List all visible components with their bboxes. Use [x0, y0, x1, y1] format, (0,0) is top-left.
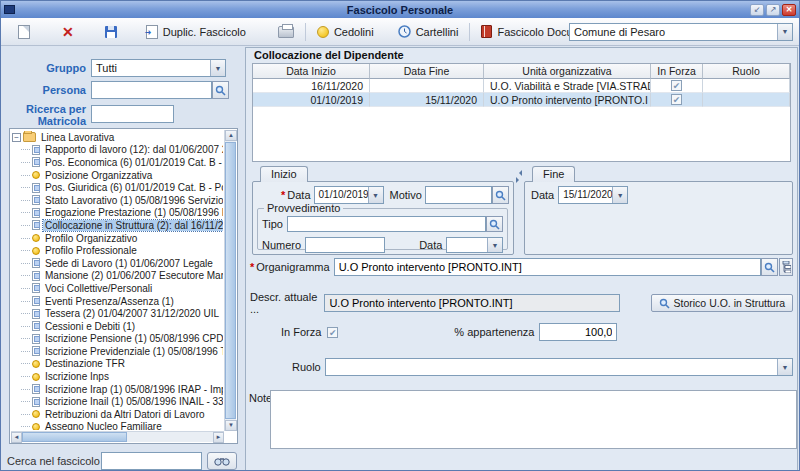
tree-item[interactable]: Voci Collettive/Personali [12, 282, 223, 295]
tree-connector [21, 212, 30, 213]
scroll-down-icon[interactable]: ▼ [225, 420, 237, 431]
tipo-label: Tipo [262, 218, 283, 230]
table-row[interactable]: 01/10/201915/11/2020U.O Pronto intervent… [253, 93, 790, 107]
save-button[interactable] [99, 23, 123, 41]
tree-item[interactable]: Iscrizione Inail (1) 05/08/1996 INAIL - … [12, 395, 223, 408]
fine-data-field[interactable]: 15/11/2020 ▼ [558, 186, 628, 204]
category-dot-icon [32, 423, 40, 430]
tab-inizio[interactable]: Inizio [260, 166, 308, 182]
column-header[interactable]: Data Inizio [253, 64, 370, 79]
persona-search-button[interactable] [212, 81, 229, 99]
tree-connector [21, 326, 30, 327]
tree-connector [21, 338, 30, 339]
numero-input[interactable] [305, 237, 385, 253]
duplicate-fascicolo-button[interactable]: Duplic. Fascicolo [141, 23, 251, 41]
chevron-down-icon[interactable]: ▼ [368, 187, 383, 203]
cerca-fascicolo-input[interactable] [101, 452, 202, 470]
tree-item[interactable]: Pos. Giuridica (6) 01/01/2019 Cat. B - P… [12, 181, 223, 194]
window-collapse-icon[interactable]: ↙ [750, 4, 764, 16]
tree-vertical-scrollbar[interactable]: ▲ ▼ [224, 130, 236, 431]
cerca-fascicolo-button[interactable] [207, 452, 237, 470]
ricerca-matricola-input[interactable] [91, 105, 174, 123]
collapse-right-icon[interactable] [516, 177, 522, 183]
table-row[interactable]: 16/11/2020U.O. Viabilità e Strade [VIA.S… [253, 79, 790, 93]
provv-data-field[interactable]: ▼ [446, 237, 503, 253]
column-header[interactable]: In Forza [651, 64, 703, 79]
column-header[interactable]: Ruolo [703, 64, 790, 79]
tree-item[interactable]: Assegno Nucleo Familiare [12, 421, 223, 430]
scrollbar-thumb[interactable] [225, 142, 236, 419]
tab-fine[interactable]: Fine [532, 166, 575, 182]
tree-item[interactable]: Cessioni e Debiti (1) [12, 320, 223, 333]
new-button[interactable] [13, 23, 35, 41]
tree-item[interactable]: Retribuzioni da Altri Datori di Lavoro [12, 408, 223, 421]
tree-item[interactable]: Profilo Organizzativo [12, 232, 223, 245]
tree-item[interactable]: Mansione (2) 01/06/2007 Esecutore Manute… [12, 270, 223, 283]
organigramma-input[interactable] [334, 258, 761, 276]
tree-item[interactable]: Rapporto di lavoro (12): dal 01/06/2007 … [12, 144, 223, 157]
tree-root[interactable]: − Linea Lavorativa [12, 131, 223, 144]
tree-item[interactable]: Posizione Organizzativa [12, 169, 223, 182]
column-header[interactable]: Unità organizzativa [484, 64, 651, 79]
scroll-right-icon[interactable]: ► [213, 432, 224, 443]
panel-splitter[interactable] [515, 168, 523, 254]
tree-item[interactable]: Destinazione TFR [12, 358, 223, 371]
organigramma-search-button[interactable] [761, 258, 778, 276]
cell-data-inizio: 01/10/2019 [253, 93, 370, 107]
tree-item[interactable]: Tessera (2) 01/04/2007 31/12/2020 UIL [12, 307, 223, 320]
note-textarea[interactable] [270, 390, 797, 449]
tree-item-label: Voci Collettive/Personali [43, 283, 154, 294]
tree-item[interactable]: Pos. Economica (6) 01/01/2019 Cat. B - P… [12, 156, 223, 169]
tipo-input[interactable] [287, 216, 486, 232]
chevron-down-icon[interactable]: ▼ [210, 60, 225, 76]
company-select[interactable]: Comune di Pesaro ▼ [569, 23, 793, 41]
tree-item[interactable]: Stato Lavorativo (1) 05/08/1996 Servizio… [12, 194, 223, 207]
cedolini-button[interactable]: Cedolini [312, 24, 379, 40]
chevron-down-icon[interactable]: ▼ [612, 187, 627, 203]
tree-item[interactable]: Iscrizione Previdenziale (1) 05/08/1996 … [12, 345, 223, 358]
tree-item-label: Mansione (2) 01/06/2007 Esecutore Manute… [43, 270, 223, 281]
tree-item[interactable]: Profilo Professionale [12, 244, 223, 257]
delete-button[interactable]: ✕ [57, 23, 79, 41]
scroll-up-icon[interactable]: ▲ [225, 130, 237, 141]
persona-input[interactable] [91, 81, 212, 99]
scrollbar-thumb[interactable] [22, 432, 127, 442]
expander-icon[interactable]: − [12, 133, 21, 142]
in-forza-row-checkbox[interactable] [671, 80, 682, 91]
tipo-search-button[interactable] [486, 216, 503, 232]
cartellini-button[interactable]: Cartellini [393, 23, 464, 40]
ruolo-select[interactable]: ▼ [325, 358, 793, 376]
collapse-left-icon[interactable] [516, 170, 522, 176]
coin-icon [317, 26, 329, 38]
scroll-left-icon[interactable]: ◄ [11, 432, 22, 443]
tree-item[interactable]: Collocazione in Struttura (2): dal 16/11… [12, 219, 223, 232]
chevron-down-icon[interactable]: ▼ [777, 359, 792, 375]
tree-connector [21, 389, 30, 390]
in-forza-row-checkbox[interactable] [671, 94, 682, 105]
close-icon[interactable]: ✕ [782, 4, 796, 16]
window-expand-icon[interactable]: ↗ [766, 4, 780, 16]
tree-item[interactable]: Eventi Presenza/Assenza (1) [12, 295, 223, 308]
print-button[interactable] [273, 24, 299, 40]
tree-connector [21, 376, 30, 377]
tree-item[interactable]: Erogazione Prestazione (1) 05/08/1996 Fu… [12, 207, 223, 220]
org-chart-icon [782, 261, 791, 273]
category-dot-icon [32, 373, 40, 381]
tree-horizontal-scrollbar[interactable]: ◄ ► [11, 431, 224, 442]
column-header[interactable]: Data Fine [370, 64, 484, 79]
storico-uo-button[interactable]: Storico U.O. in Struttura [651, 294, 793, 312]
tree-item-label: Profilo Organizzativo [43, 233, 139, 244]
chevron-down-icon[interactable]: ▼ [487, 238, 502, 252]
delete-x-icon: ✕ [62, 25, 74, 39]
tree-connector [21, 187, 30, 188]
gruppo-select[interactable]: Tutti ▼ [91, 59, 226, 77]
tree-item[interactable]: Iscrizione Inps [12, 370, 223, 383]
chevron-down-icon[interactable]: ▼ [777, 24, 792, 40]
in-forza-checkbox[interactable] [327, 327, 338, 338]
titlebar: Fascicolo Personale ↙ ↗ ✕ [1, 1, 799, 18]
appartenenza-input[interactable] [539, 323, 617, 341]
tree-item[interactable]: Sede di Lavoro (1) 01/06/2007 Legale [12, 257, 223, 270]
tree-item[interactable]: Iscrizione Irap (1) 05/08/1996 IRAP - Im… [12, 383, 223, 396]
organigramma-tree-button[interactable] [779, 258, 793, 276]
tree-item[interactable]: Iscrizione Pensione (1) 05/08/1996 CPDEL… [12, 333, 223, 346]
